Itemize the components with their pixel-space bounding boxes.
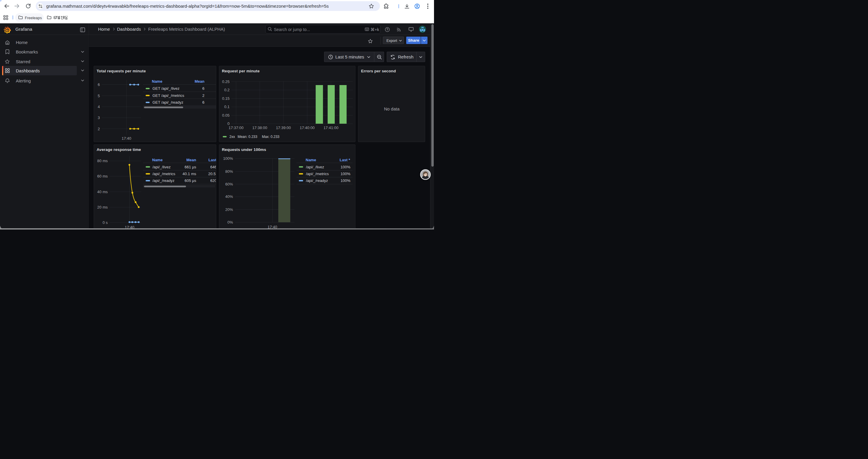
svg-text:100%: 100% xyxy=(340,172,350,176)
svg-text:60%: 60% xyxy=(225,182,233,186)
svg-text:0.2: 0.2 xyxy=(224,88,229,92)
svg-text:/api/_/livez: /api/_/livez xyxy=(306,165,324,169)
svg-text:80 ms: 80 ms xyxy=(97,159,108,163)
svg-text:/api/_/readyz: /api/_/readyz xyxy=(306,179,328,183)
svg-text:2: 2 xyxy=(97,126,99,131)
svg-text:0.05: 0.05 xyxy=(222,113,229,118)
svg-text:/api/_/readyz: /api/_/readyz xyxy=(152,179,174,183)
svg-text:0%: 0% xyxy=(227,220,233,225)
svg-text:17:37:00: 17:37:00 xyxy=(228,126,243,130)
svg-text:Max: 0.233: Max: 0.233 xyxy=(262,135,279,139)
svg-text:80%: 80% xyxy=(225,169,233,174)
svg-text:Last *: Last * xyxy=(208,158,216,162)
svg-text:646 µs: 646 µs xyxy=(210,165,216,169)
svg-text:4: 4 xyxy=(97,104,99,109)
svg-text:/api/_/metrics: /api/_/metrics xyxy=(152,172,176,176)
svg-text:40.1 ms: 40.1 ms xyxy=(182,172,196,176)
svg-text:2: 2 xyxy=(202,93,204,98)
svg-text:20%: 20% xyxy=(225,207,233,212)
svg-text:6: 6 xyxy=(202,100,204,104)
svg-text:100%: 100% xyxy=(340,179,350,183)
svg-text:Name: Name xyxy=(152,158,162,162)
svg-text:17:39:00: 17:39:00 xyxy=(276,126,291,130)
svg-text:Last *: Last * xyxy=(339,158,350,162)
svg-text:0 s: 0 s xyxy=(102,221,108,225)
svg-text:100%: 100% xyxy=(223,156,233,161)
svg-text:Mean: Mean xyxy=(194,79,204,84)
svg-text:GET /api/_/metrics: GET /api/_/metrics xyxy=(152,93,184,98)
svg-text:17:38:00: 17:38:00 xyxy=(252,126,267,130)
svg-text:17:40: 17:40 xyxy=(121,136,131,140)
svg-text:6: 6 xyxy=(97,83,99,87)
svg-text:60 ms: 60 ms xyxy=(97,174,108,178)
svg-text:100%: 100% xyxy=(340,165,350,169)
svg-text:20 ms: 20 ms xyxy=(97,205,108,209)
svg-text:620 µs: 620 µs xyxy=(210,179,216,183)
svg-text:6: 6 xyxy=(202,86,204,91)
svg-text:605 µs: 605 µs xyxy=(184,179,196,183)
svg-text:Mean: Mean xyxy=(186,158,196,162)
svg-text:17:40:00: 17:40:00 xyxy=(300,126,315,130)
svg-text:40 ms: 40 ms xyxy=(97,190,108,194)
svg-text:Mean: 0.233: Mean: 0.233 xyxy=(238,135,257,139)
svg-text:5: 5 xyxy=(97,93,99,98)
svg-text:661 µs: 661 µs xyxy=(184,165,196,169)
svg-text:3: 3 xyxy=(97,116,99,120)
svg-text:Name: Name xyxy=(152,79,162,84)
svg-text:0.25: 0.25 xyxy=(222,79,229,84)
svg-text:0.1: 0.1 xyxy=(224,104,229,109)
svg-text:17:41:00: 17:41:00 xyxy=(323,126,338,130)
svg-text:/api/_/metrics: /api/_/metrics xyxy=(306,172,329,176)
svg-text:/api/_/livez: /api/_/livez xyxy=(152,165,170,169)
svg-text:2xx: 2xx xyxy=(229,135,235,139)
svg-text:GET /api/_/livez: GET /api/_/livez xyxy=(152,86,180,91)
svg-text:0.15: 0.15 xyxy=(222,96,229,101)
svg-text:20.5 ms: 20.5 ms xyxy=(208,172,216,176)
svg-text:GET /api/_/readyz: GET /api/_/readyz xyxy=(152,100,183,104)
svg-text:Name: Name xyxy=(306,158,316,162)
svg-text:40%: 40% xyxy=(225,195,233,199)
